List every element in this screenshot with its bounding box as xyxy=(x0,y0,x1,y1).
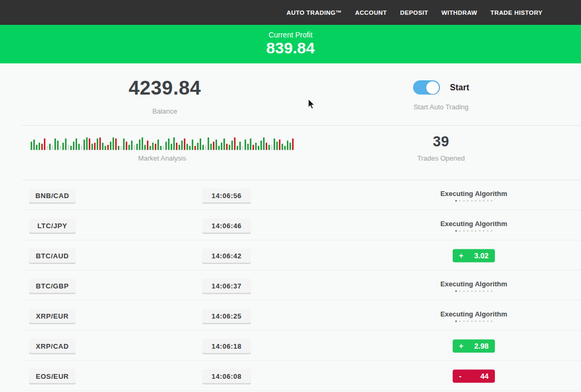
market-bar xyxy=(266,143,267,150)
market-bar xyxy=(181,141,183,150)
row-divider xyxy=(22,390,581,391)
market-bar xyxy=(165,142,167,150)
time-chip[interactable]: 14:06:08 xyxy=(202,369,251,383)
market-bar xyxy=(200,138,201,150)
trades-opened-cell: 39 Trades Opened xyxy=(370,134,512,162)
market-bar xyxy=(287,141,288,150)
nav-trade-history[interactable]: TRADE HISTORY xyxy=(491,10,543,16)
market-bar xyxy=(120,146,122,150)
progress-dot xyxy=(491,200,492,201)
time-chip[interactable]: 14:06:42 xyxy=(202,248,251,263)
progress-dot xyxy=(471,320,473,322)
progress-dot xyxy=(483,290,484,292)
progress-dot xyxy=(459,320,461,322)
executing-algorithm-label: Executing Algorithm xyxy=(421,189,527,197)
market-bar xyxy=(70,146,72,150)
result-sign: + xyxy=(459,342,463,350)
time-chip[interactable]: 14:06:25 xyxy=(202,309,251,323)
market-bar xyxy=(149,146,151,150)
time-chip[interactable]: 14:06:56 xyxy=(202,188,251,202)
trade-row: XRP/CAD 14:06:18 +2.98 xyxy=(0,331,581,361)
market-bar xyxy=(210,144,212,150)
market-bar xyxy=(86,137,88,150)
progress-dot xyxy=(483,200,484,201)
result-amount: 2.98 xyxy=(474,342,489,350)
market-analysis-chart xyxy=(22,135,302,150)
market-bar xyxy=(97,138,98,150)
market-bar xyxy=(144,145,146,150)
progress-dot xyxy=(483,320,484,322)
progress-dot xyxy=(459,290,461,292)
nav-withdraw[interactable]: WITHDRAW xyxy=(442,10,477,16)
time-chip[interactable]: 14:06:18 xyxy=(202,339,251,353)
market-bar xyxy=(171,144,172,150)
trade-result-cell: Executing Algorithm xyxy=(421,279,527,292)
progress-dot xyxy=(475,230,476,231)
nav-deposit[interactable]: DEPOSIT xyxy=(400,10,428,16)
market-bar xyxy=(271,145,273,150)
market-bar xyxy=(147,141,148,150)
progress-dot xyxy=(471,200,473,201)
market-bar xyxy=(215,139,217,150)
market-bar xyxy=(62,143,64,150)
market-bar xyxy=(205,145,207,150)
market-analysis-cell: Market Analysis xyxy=(22,135,302,162)
nav-account[interactable]: ACCOUNT xyxy=(355,10,387,16)
progress-dot xyxy=(483,230,484,231)
pair-chip[interactable]: BTC/AUD xyxy=(29,248,76,263)
market-bar xyxy=(282,144,283,150)
market-bar xyxy=(44,138,45,150)
market-bar xyxy=(226,144,228,150)
market-bar xyxy=(234,137,236,150)
progress-dot xyxy=(479,290,481,292)
market-bar xyxy=(289,143,291,150)
market-bar xyxy=(276,142,278,150)
pair-chip[interactable]: XRP/CAD xyxy=(29,339,76,353)
market-bar xyxy=(83,139,85,150)
trade-result-cell: Executing Algorithm xyxy=(421,219,527,231)
result-sign: + xyxy=(459,251,463,260)
market-bar xyxy=(139,139,140,150)
time-chip[interactable]: 14:06:37 xyxy=(202,278,251,293)
market-bar xyxy=(160,146,162,150)
market-bar xyxy=(49,144,51,150)
market-bar xyxy=(255,143,257,150)
section-divider xyxy=(22,125,581,126)
progress-dot xyxy=(459,230,461,231)
executing-algorithm-label: Executing Algorithm xyxy=(421,279,527,287)
trade-result-badge: -44 xyxy=(453,369,495,382)
toggle-start-label: Start xyxy=(450,83,469,92)
market-bar xyxy=(54,138,56,150)
market-bar xyxy=(99,137,101,150)
top-nav: AUTO TRADING™ ACCOUNT DEPOSIT WITHDRAW T… xyxy=(0,0,581,25)
progress-dot xyxy=(455,200,457,201)
nav-auto-trading[interactable]: AUTO TRADING™ xyxy=(287,10,342,16)
trade-result-cell: Executing Algorithm xyxy=(421,189,527,201)
market-bar xyxy=(194,146,196,150)
time-chip[interactable]: 14:06:46 xyxy=(202,218,251,232)
progress-dot xyxy=(479,320,481,322)
pair-chip[interactable]: EOS/EUR xyxy=(29,369,76,383)
market-bar xyxy=(57,141,59,150)
auto-trading-toggle[interactable] xyxy=(413,80,440,95)
result-sign: - xyxy=(459,372,462,380)
pair-chip[interactable]: BNB/CAD xyxy=(29,188,76,202)
market-bar xyxy=(152,143,154,150)
progress-dot xyxy=(487,320,489,322)
pair-chip[interactable]: BTC/GBP xyxy=(29,278,76,293)
market-bar xyxy=(173,137,175,150)
pair-chip[interactable]: XRP/EUR xyxy=(29,309,76,323)
market-bar xyxy=(221,143,222,150)
market-bar xyxy=(231,141,233,150)
market-bar xyxy=(102,143,104,150)
pair-chip[interactable]: LTC/JPY xyxy=(29,218,76,232)
balance-cell: 4239.84 Balance xyxy=(86,77,244,115)
market-bar xyxy=(39,143,40,150)
trade-row: BTC/GBP 14:06:37 Executing Algorithm xyxy=(0,270,581,301)
trade-row: LTC/JPY 14:06:46 Executing Algorithm xyxy=(0,210,581,240)
trade-row: BNB/CAD 14:06:56 Executing Algorithm xyxy=(0,180,581,210)
progress-dot xyxy=(459,200,461,201)
market-bar xyxy=(113,137,114,150)
market-analysis-label: Market Analysis xyxy=(22,154,302,162)
progress-dot xyxy=(479,230,481,231)
